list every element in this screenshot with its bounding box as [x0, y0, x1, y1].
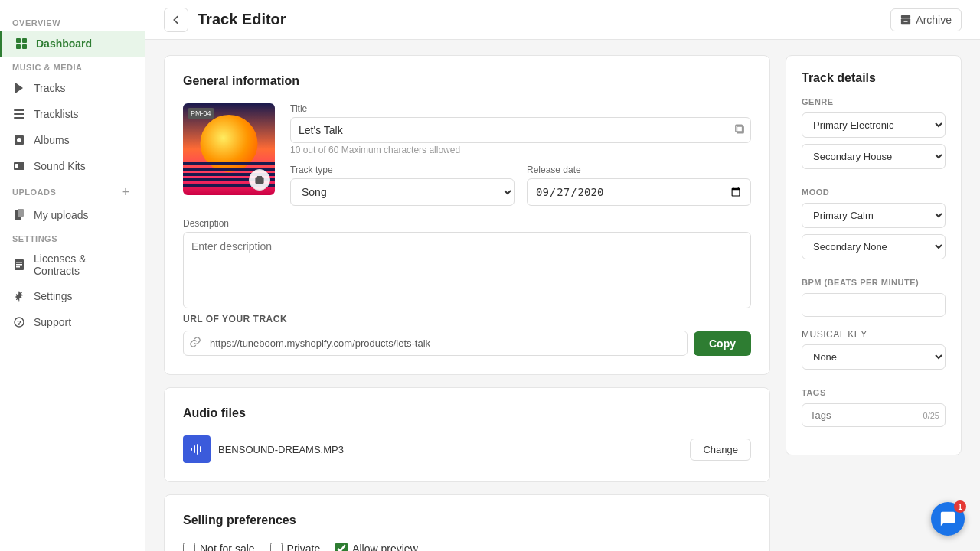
- bpm-input-wrapper: ▲ ▼: [802, 293, 946, 317]
- form-panel: General information PM-04: [164, 55, 770, 536]
- change-audio-button[interactable]: Change: [690, 439, 751, 461]
- settings-icon: [12, 289, 26, 303]
- url-section: URL OF YOUR TRACK Copy: [183, 314, 751, 356]
- svg-rect-5: [14, 109, 24, 111]
- url-input-row: Copy: [183, 331, 751, 356]
- description-textarea[interactable]: [183, 232, 751, 308]
- mood-primary-select[interactable]: Primary Calm Primary Energetic Primary D…: [802, 203, 946, 228]
- licenses-icon: [12, 258, 26, 272]
- svg-rect-21: [901, 15, 910, 18]
- svg-rect-11: [15, 164, 18, 168]
- settings-label: Settings: [34, 290, 73, 302]
- header: Track Editor Archive: [145, 0, 980, 40]
- allow-preview-input[interactable]: [335, 543, 348, 551]
- not-for-sale-input[interactable]: [183, 543, 195, 551]
- genre-secondary-select[interactable]: Secondary House Secondary Techno Seconda…: [802, 144, 946, 169]
- general-info-card: General information PM-04: [164, 55, 770, 375]
- tags-section: TAGS 0/25: [802, 388, 946, 427]
- audio-files-title: Audio files: [183, 406, 751, 420]
- overview-section-label: OVERVIEW: [0, 12, 145, 31]
- link-icon: [184, 337, 207, 350]
- sidebar-item-tracklists[interactable]: Tracklists: [0, 101, 145, 127]
- support-icon: ?: [12, 315, 26, 329]
- allow-preview-checkbox[interactable]: Allow preview: [335, 543, 418, 551]
- release-date-label: Release date: [527, 165, 751, 175]
- checkbox-row: Not for sale Private Allow preview: [183, 543, 751, 551]
- release-date-input[interactable]: [527, 178, 751, 206]
- track-type-label: Track type: [290, 165, 514, 175]
- genre-label: GENRE: [802, 97, 946, 106]
- tracks-icon: [12, 81, 26, 95]
- my-uploads-icon: [12, 208, 26, 222]
- title-input-wrapper: [290, 117, 751, 143]
- content-area: General information PM-04: [145, 40, 980, 551]
- description-section: Description: [183, 218, 751, 311]
- sidebar-item-dashboard[interactable]: Dashboard: [0, 31, 145, 57]
- char-count: 10 out of 60 Maximum characters allowed: [290, 145, 751, 155]
- svg-rect-26: [191, 448, 192, 451]
- url-input-wrapper: [183, 331, 688, 356]
- private-checkbox[interactable]: Private: [270, 543, 321, 551]
- tracks-label: Tracks: [34, 82, 65, 94]
- audio-file-icon: [183, 435, 211, 463]
- track-type-release-row: Track type Song Instrumental Beat Releas…: [290, 165, 751, 206]
- right-panel: Track details GENRE Primary Electronic P…: [786, 55, 962, 536]
- general-info-body: PM-04: [183, 103, 751, 206]
- private-input[interactable]: [270, 543, 283, 551]
- sidebar-item-sound-kits[interactable]: Sound Kits: [0, 153, 145, 179]
- url-section-label: URL OF YOUR TRACK: [183, 314, 751, 324]
- audio-file-info: BENSOUND-DREAMS.MP3: [183, 435, 344, 463]
- bpm-section: BPM (Beats per minute) ▲ ▼: [802, 278, 946, 317]
- svg-text:?: ?: [17, 319, 21, 327]
- genre-primary-select[interactable]: Primary Electronic Primary Hip-Hop Prima…: [802, 112, 946, 138]
- dashboard-icon: [15, 37, 28, 51]
- archive-button[interactable]: Archive: [890, 8, 962, 31]
- pm-label: PM-04: [188, 108, 214, 119]
- mood-label: MOOD: [802, 187, 946, 197]
- mood-secondary-select[interactable]: Secondary None Secondary Calm Secondary …: [802, 234, 946, 259]
- selling-prefs-card: Selling preferences Not for sale Private…: [164, 494, 770, 551]
- change-image-button[interactable]: [249, 169, 270, 191]
- musical-key-section: Musical key None C Major G Major D Major…: [802, 329, 946, 376]
- genre-section: GENRE Primary Electronic Primary Hip-Hop…: [802, 97, 946, 175]
- svg-rect-13: [18, 209, 24, 217]
- add-upload-button[interactable]: +: [119, 185, 132, 199]
- sidebar-item-albums[interactable]: Albums: [0, 127, 145, 153]
- svg-rect-27: [194, 445, 195, 453]
- release-date-group: Release date: [527, 165, 751, 206]
- albums-label: Albums: [34, 134, 70, 146]
- main-content: Track Editor Archive General information…: [145, 0, 980, 551]
- svg-rect-23: [904, 20, 908, 21]
- sound-kits-icon: [12, 159, 26, 173]
- copy-url-button[interactable]: Copy: [694, 331, 751, 356]
- form-fields: Title 10 out of 60 Maximum characters al…: [290, 103, 751, 206]
- svg-rect-7: [14, 117, 24, 119]
- svg-rect-1: [22, 38, 27, 43]
- camera-icon: [254, 174, 265, 185]
- audio-files-card: Audio files BENSOUND-DREAMS.MP3 Change: [164, 387, 770, 482]
- title-input[interactable]: [290, 117, 751, 143]
- svg-rect-16: [16, 264, 22, 266]
- audio-filename: BENSOUND-DREAMS.MP3: [218, 444, 344, 455]
- sidebar-item-settings[interactable]: Settings: [0, 283, 145, 309]
- music-section-label: MUSIC & MEDIA: [0, 57, 145, 75]
- audio-file-row: BENSOUND-DREAMS.MP3 Change: [183, 435, 751, 463]
- chat-button[interactable]: 1: [931, 502, 965, 536]
- svg-marker-4: [15, 83, 23, 93]
- copy-icon: [734, 124, 745, 137]
- licenses-label: Licenses & Contracts: [34, 253, 132, 277]
- bpm-input[interactable]: [802, 294, 946, 316]
- track-details-title: Track details: [802, 71, 946, 85]
- sidebar-item-support[interactable]: ? Support: [0, 309, 145, 335]
- back-button[interactable]: [164, 8, 188, 32]
- sidebar-item-tracks[interactable]: Tracks: [0, 75, 145, 101]
- not-for-sale-checkbox[interactable]: Not for sale: [183, 543, 255, 551]
- svg-rect-15: [16, 262, 22, 263]
- musical-key-select[interactable]: None C Major G Major D Major A Minor: [802, 344, 946, 370]
- title-label: Title: [290, 103, 751, 114]
- sidebar-item-my-uploads[interactable]: My uploads: [0, 202, 145, 228]
- my-uploads-label: My uploads: [34, 209, 89, 221]
- sidebar-item-licenses[interactable]: Licenses & Contracts: [0, 246, 145, 283]
- track-type-select[interactable]: Song Instrumental Beat: [290, 178, 514, 206]
- url-input[interactable]: [207, 331, 687, 355]
